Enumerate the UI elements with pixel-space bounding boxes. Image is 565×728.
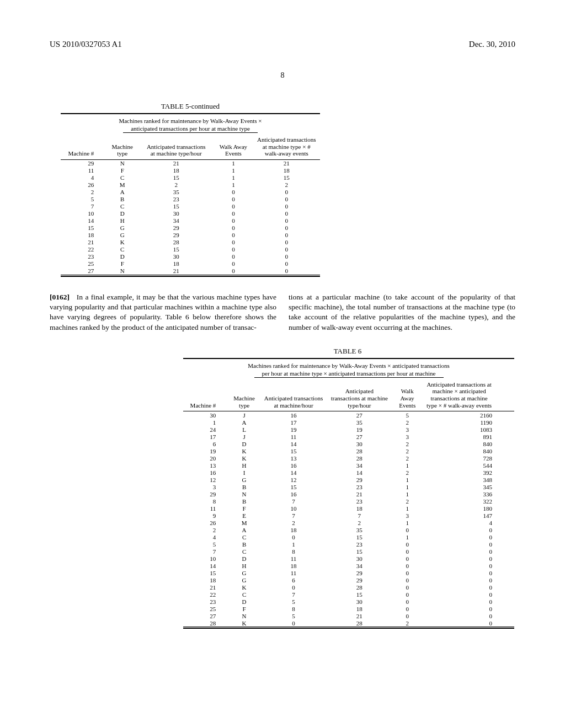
table6: Machines ranked for maintenance by Walk-… — [183, 358, 514, 630]
table5-subcaption2: anticipated transactions per hour at mac… — [123, 125, 258, 133]
cell-anticipated-type: 34 — [327, 462, 392, 469]
cell-anticipated-type: 30 — [327, 555, 392, 562]
cell-machine-type: F — [106, 167, 138, 174]
table-row: 29N16211336 — [183, 490, 514, 497]
cell-anticipated-type: 18 — [327, 605, 392, 612]
cell-result: 0 — [253, 217, 320, 224]
cell-machine-num: 18 — [61, 232, 106, 239]
cell-anticipated-type: 2 — [327, 519, 392, 526]
cell-walkaway: 3 — [392, 426, 423, 433]
cell-result: 0 — [423, 591, 514, 598]
table-row: 11F10181180 — [183, 505, 514, 512]
cell-anticipated: 18 — [138, 167, 214, 174]
cell-machine-num: 27 — [183, 612, 228, 619]
cell-machine-num: 10 — [61, 210, 106, 217]
cell-machine-num: 12 — [183, 476, 228, 483]
cell-result: 392 — [423, 469, 514, 476]
cell-machine-type: A — [228, 419, 260, 426]
cell-anticipated-machine: 16 — [260, 490, 327, 497]
cell-anticipated-machine: 0 — [260, 619, 327, 627]
cell-anticipated-machine: 7 — [260, 512, 327, 519]
cell-walkaway: 3 — [392, 512, 423, 519]
cell-result: 0 — [423, 576, 514, 584]
cell-machine-num: 3 — [183, 483, 228, 490]
cell-anticipated-type: 23 — [327, 540, 392, 548]
cell-machine-type: C — [228, 548, 260, 555]
cell-walkaway: 1 — [214, 159, 253, 167]
table5: Machines ranked for maintenance by Walk-… — [61, 113, 320, 278]
cell-result: 0 — [423, 562, 514, 569]
cell-machine-num: 26 — [183, 519, 228, 526]
table-row: 8B7232322 — [183, 497, 514, 505]
cell-machine-type: A — [228, 526, 260, 533]
cell-result: 728 — [423, 454, 514, 462]
cell-anticipated-type: 28 — [327, 619, 392, 627]
table-row: 7C81500 — [183, 548, 514, 555]
cell-result: 840 — [423, 440, 514, 447]
cell-result: 322 — [423, 497, 514, 505]
cell-machine-num: 28 — [183, 619, 228, 627]
cell-walkaway: 3 — [392, 433, 423, 440]
cell-result: 345 — [423, 483, 514, 490]
cell-machine-type: F — [106, 260, 138, 267]
cell-walkaway: 0 — [392, 612, 423, 619]
cell-walkaway: 0 — [392, 526, 423, 533]
cell-walkaway: 0 — [214, 239, 253, 246]
table-row: 16I14142392 — [183, 469, 514, 476]
cell-result: 840 — [423, 447, 514, 454]
table6-container: TABLE 6 Machines ranked for maintenance … — [182, 347, 515, 630]
cell-anticipated-type: 7 — [327, 512, 392, 519]
cell-anticipated-machine: 11 — [260, 555, 327, 562]
table-row: 15G2900 — [61, 224, 320, 232]
cell-machine-type: N — [228, 612, 260, 619]
cell-anticipated-machine: 14 — [260, 440, 327, 447]
cell-machine-type: J — [228, 433, 260, 440]
cell-machine-type: C — [106, 174, 138, 181]
cell-machine-num: 21 — [183, 584, 228, 591]
table-row: 22C71500 — [183, 591, 514, 598]
table5-subcaption1: Machines ranked for maintenance by Walk-… — [61, 117, 320, 124]
cell-anticipated: 30 — [138, 253, 214, 260]
cell-anticipated: 35 — [138, 189, 214, 196]
cell-walkaway: 0 — [214, 210, 253, 217]
cell-machine-num: 7 — [183, 548, 228, 555]
cell-machine-type: I — [228, 469, 260, 476]
cell-anticipated-machine: 17 — [260, 419, 327, 426]
cell-result: 1190 — [423, 419, 514, 426]
cell-machine-type: E — [228, 512, 260, 519]
cell-machine-num: 19 — [183, 447, 228, 454]
publication-date: Dec. 30, 2010 — [469, 40, 515, 49]
table6-col-result: Anticipated transactions atmachine × ant… — [423, 379, 514, 411]
cell-anticipated-type: 34 — [327, 562, 392, 569]
cell-result: 4 — [423, 519, 514, 526]
cell-anticipated: 15 — [138, 203, 214, 210]
cell-machine-type: D — [228, 440, 260, 447]
table-row: 19K15282840 — [183, 447, 514, 454]
cell-result: 0 — [253, 253, 320, 260]
cell-machine-type: C — [106, 203, 138, 210]
cell-anticipated: 15 — [138, 246, 214, 253]
table-row: 22C1500 — [61, 246, 320, 253]
cell-machine-type: F — [228, 505, 260, 512]
table-row: 27N2100 — [61, 267, 320, 275]
cell-anticipated-type: 15 — [327, 533, 392, 540]
cell-machine-type: C — [228, 591, 260, 598]
cell-anticipated: 21 — [138, 267, 214, 275]
cell-machine-type: C — [106, 246, 138, 253]
cell-anticipated-type: 28 — [327, 447, 392, 454]
cell-anticipated: 34 — [138, 217, 214, 224]
table-row: 10D3000 — [61, 210, 320, 217]
cell-walkaway: 0 — [214, 260, 253, 267]
table-row: 24L191931083 — [183, 426, 514, 433]
paragraph-number: [0162] — [50, 293, 70, 301]
cell-result: 336 — [423, 490, 514, 497]
cell-machine-num: 29 — [61, 159, 106, 167]
table-row: 11F18118 — [61, 167, 320, 174]
cell-result: 544 — [423, 462, 514, 469]
cell-walkaway: 2 — [392, 619, 423, 627]
cell-anticipated-machine: 0 — [260, 584, 327, 591]
cell-machine-type: G — [228, 476, 260, 483]
cell-walkaway: 0 — [392, 598, 423, 605]
table-row: 13H16341544 — [183, 462, 514, 469]
cell-machine-num: 24 — [183, 426, 228, 433]
